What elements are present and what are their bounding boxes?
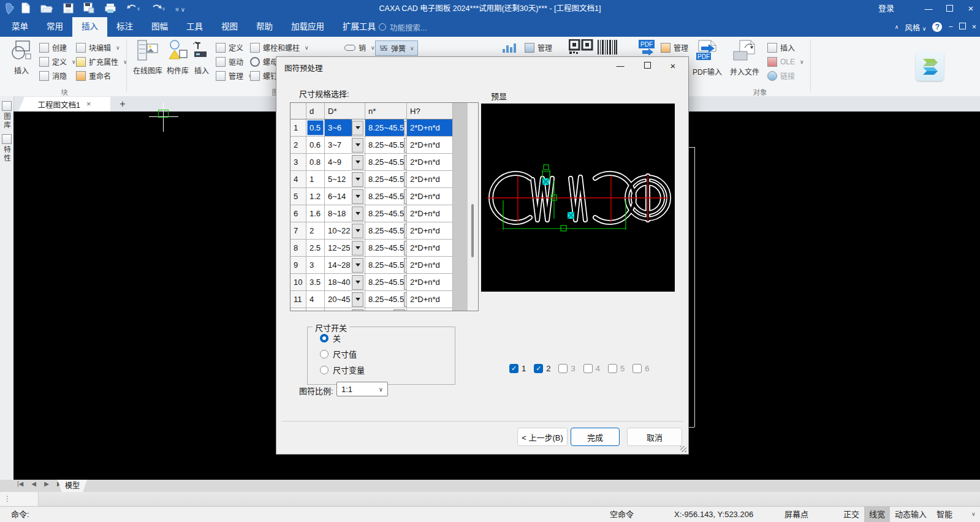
dialog-resize-grip[interactable] <box>680 446 686 452</box>
status-toggle-动态输入[interactable]: 动态输入 <box>890 507 932 522</box>
cell-H[interactable]: 2*D+n*d <box>407 257 453 274</box>
cell-n-combobox[interactable]: 8.25~45.5 <box>365 274 407 291</box>
view-checkbox-6[interactable]: 6 <box>632 364 649 373</box>
cell-D-combobox[interactable]: 14~28 <box>325 257 365 274</box>
spring-button[interactable]: 弹簧 <box>375 40 418 56</box>
cell-n-combobox[interactable]: 8.25~45.5 <box>365 222 407 240</box>
dialog-title-bar[interactable]: 图符预处理 — × <box>276 57 688 75</box>
document-tab[interactable]: 工程图文档1 × <box>18 97 110 112</box>
side-panel-item-图库[interactable]: 图库 <box>0 101 13 129</box>
table-scrollbar-thumb[interactable] <box>471 204 474 257</box>
cell-row-number[interactable]: 6 <box>291 205 306 222</box>
table-row[interactable]: 20.63~78.25~45.52*D+n*d <box>291 137 453 154</box>
cell-n-combobox[interactable]: 8.25~45.5 <box>365 291 407 308</box>
cell-row-number[interactable]: 3 <box>291 154 306 171</box>
cell-H[interactable]: 2*D+n*d <box>407 119 453 137</box>
cell-row-number[interactable]: 4 <box>291 171 306 188</box>
next-sheet-icon[interactable]: ▶ <box>44 480 49 487</box>
block-define-button[interactable]: 定义 <box>39 55 76 69</box>
cell-d[interactable]: 4 <box>306 291 325 308</box>
cell-d[interactable]: 2.5 <box>306 240 325 257</box>
table-row[interactable]: 7210~228.25~45.52*D+n*d <box>291 222 453 240</box>
symbol-scale-combobox[interactable]: 1:1 ∨ <box>336 382 388 396</box>
cell-H[interactable]: 2*D+n*d <box>407 205 453 222</box>
cancel-button[interactable]: 取消 <box>627 428 682 446</box>
checkbox-icon[interactable] <box>583 364 593 373</box>
cell-H[interactable]: 2*D+n*d <box>407 274 453 291</box>
status-caret-icon[interactable]: ∨ <box>971 507 976 522</box>
combo-drop-button[interactable] <box>393 309 405 312</box>
cell-n-combobox[interactable]: 8.25~45.5 <box>365 188 407 205</box>
combo-drop-button[interactable] <box>352 172 363 187</box>
checkbox-icon[interactable]: ✓ <box>534 364 543 373</box>
cell-row-number[interactable]: 9 <box>291 257 306 274</box>
view-checkbox-4[interactable]: 4 <box>583 364 600 373</box>
cell-row-number[interactable]: 7 <box>291 222 306 240</box>
cell-H[interactable]: 2*D+n*d <box>407 137 453 154</box>
table-row[interactable]: 61.68~188.25~45.52*D+n*d <box>291 205 453 222</box>
combo-drop-button[interactable] <box>352 258 363 273</box>
checkbox-icon[interactable] <box>558 364 568 373</box>
object-insert-button[interactable]: 插入 <box>767 40 804 55</box>
combo-drop-button[interactable] <box>352 292 363 307</box>
cell-H[interactable]: 2*D+n*d <box>407 291 453 308</box>
combo-drop-button[interactable] <box>352 206 363 221</box>
table-row[interactable]: 82.512~258.25~45.52*D+n*d <box>291 240 453 257</box>
cell-row-number[interactable]: 8 <box>291 240 306 257</box>
dialog-maximize-button[interactable] <box>638 59 656 73</box>
view-checkbox-3[interactable]: 3 <box>558 364 575 373</box>
cell-n-combobox[interactable]: 8.25~45.5 <box>365 257 407 274</box>
status-toggle-智能[interactable]: 智能 <box>932 507 957 522</box>
combo-drop-button[interactable] <box>352 121 363 135</box>
cell-d[interactable] <box>306 308 325 311</box>
table-row[interactable]: 415~128.25~45.52*D+n*d <box>291 171 453 188</box>
cell-H[interactable]: 2*D+n*d <box>407 154 453 171</box>
cell-D-combobox[interactable]: 6~14 <box>325 188 365 205</box>
table-scrollbar[interactable] <box>467 103 478 311</box>
cell-n-combobox[interactable]: 8.25~45.5 <box>365 119 407 137</box>
cell-D-combobox[interactable]: 3~7 <box>325 137 365 154</box>
table-row[interactable]: 9314~288.25~45.52*D+n*d <box>291 257 453 274</box>
spec-table[interactable]: dD*n*H?10.53~68.25~45.52*D+n*d20.63~78.2… <box>290 102 479 311</box>
dim-switch-option-尺寸值[interactable]: 尺寸值 <box>320 349 455 359</box>
block-edit-button[interactable]: 块编辑 <box>76 40 127 55</box>
cell-n-combobox[interactable]: 8.25~45.5 <box>365 154 407 171</box>
cell-n-combobox[interactable] <box>365 308 407 311</box>
cell-H[interactable] <box>407 308 453 311</box>
table-row[interactable]: 11420~458.25~45.52*D+n*d <box>291 291 453 308</box>
cell-D-combobox[interactable]: 10~22 <box>325 222 365 240</box>
ole-button[interactable]: OLE <box>767 55 804 69</box>
cell-D-combobox[interactable]: 18~40 <box>325 274 365 291</box>
merge-file-button[interactable]: 并入文件 <box>726 39 764 77</box>
cell-d[interactable]: 3.5 <box>306 274 325 291</box>
menu-tab-标注[interactable]: 标注 <box>107 17 142 37</box>
menu-tab-常用[interactable]: 常用 <box>37 17 72 37</box>
back-button[interactable]: < 上一步(B) <box>517 428 568 446</box>
status-toggle-线宽[interactable]: 线宽 <box>864 507 890 522</box>
menu-tab-图幅[interactable]: 图幅 <box>142 17 177 37</box>
cell-D-combobox[interactable]: 3~6 <box>325 119 365 137</box>
pdf-manage-button[interactable]: 管理 <box>661 40 688 55</box>
cell-d[interactable]: 0.6 <box>306 137 325 154</box>
link-button[interactable]: 链接 <box>767 69 804 83</box>
menu-tab-帮助[interactable]: 帮助 <box>247 17 282 37</box>
login-button[interactable]: 登录 <box>878 0 894 17</box>
combo-drop-button[interactable] <box>352 224 363 238</box>
dialog-close-button[interactable]: × <box>664 59 682 73</box>
component-library-button[interactable]: 构件库 <box>165 39 190 75</box>
library-manage-button[interactable]: 管理 <box>216 69 253 83</box>
prev-sheet-icon[interactable]: ◀ <box>31 480 36 487</box>
view-checkbox-5[interactable]: 5 <box>608 364 625 373</box>
model-sheet-tab[interactable]: 模型 <box>58 480 87 492</box>
table-row[interactable]: 51.26~148.25~45.52*D+n*d <box>291 188 453 205</box>
library-drive-button[interactable]: 驱动 <box>216 55 253 69</box>
menu-tab-加载应用[interactable]: 加载应用 <box>282 17 333 37</box>
block-insert-button[interactable]: 插入 <box>7 39 36 75</box>
menu-tab-工具[interactable]: 工具 <box>177 17 212 37</box>
command-prompt-label[interactable]: 命令: <box>11 507 29 522</box>
menu-tab-视图[interactable]: 视图 <box>212 17 247 37</box>
cell-row-number[interactable]: 2 <box>291 137 306 154</box>
help-icon[interactable]: ? <box>932 22 942 32</box>
cell-d[interactable]: 1.6 <box>306 205 325 222</box>
dialog-minimize-button[interactable]: — <box>611 59 629 73</box>
